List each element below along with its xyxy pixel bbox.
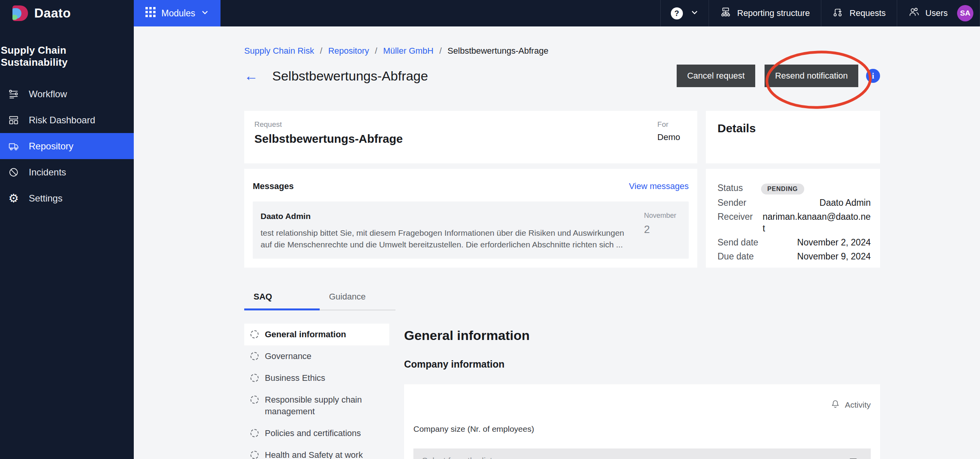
daato-logo-icon [12,5,28,21]
info-icon[interactable]: i [866,69,880,83]
section-item-label: Health and Safety at work [265,449,363,459]
tab-guidance[interactable]: Guidance [320,286,395,310]
breadcrumb-link[interactable]: Supply Chain Risk [244,46,314,56]
progress-circle-icon [250,374,259,382]
breadcrumb: Supply Chain Risk / Repository / Müller … [244,26,880,56]
saq-content: General information Company information [404,286,880,459]
section-item-general-information[interactable]: General information [244,324,389,345]
sidebar-item-settings[interactable]: ⚙ Settings [0,185,134,211]
request-card: Request Selbstbewertungs-Abfrage For Dem… [244,111,697,163]
requests-button[interactable]: Requests [821,0,897,26]
activity-label: Activity [845,400,871,410]
gear-icon: ⚙ [7,193,20,204]
message-date: November 2 [644,212,681,249]
page-header: ← Selbstbewertungs-Abfrage Cancel reques… [244,65,880,87]
section-item-governance[interactable]: Governance [244,345,389,367]
details-value: November 2, 2024 [758,237,871,248]
sidebar-item-workflow[interactable]: Workflow [0,81,134,107]
sidebar-item-label: Risk Dashboard [29,115,95,126]
users-label: Users [926,8,948,18]
sidebar-nav: Workflow Risk Dashboard [0,81,134,211]
app-window: Daato Modules ? [0,0,980,459]
tab-bar: SAQ Guidance [244,286,396,310]
sidebar-item-risk-dashboard[interactable]: Risk Dashboard [0,107,134,133]
breadcrumb-separator: / [320,46,322,56]
request-label: Request [254,120,403,129]
avatar[interactable]: SA [957,5,973,21]
workflow-icon [7,88,20,100]
company-size-select[interactable]: Select from the list [413,448,871,459]
help-icon: ? [671,7,683,19]
progress-circle-icon [250,451,259,459]
sidebar-item-label: Repository [29,141,74,152]
tab-saq[interactable]: SAQ [244,286,320,310]
progress-circle-icon [250,396,259,404]
reporting-structure-button[interactable]: Reporting structure [709,0,821,26]
daato-logo-text: Daato [34,6,71,21]
breadcrumb-link[interactable]: Müller GmbH [383,46,434,56]
section-item-label: Business Ethics [265,372,325,384]
users-icon [908,6,920,20]
reporting-structure-label: Reporting structure [737,8,810,18]
section-item-label: Policies and certifications [265,427,361,439]
users-button[interactable]: Users [897,0,952,26]
section-heading: General information [404,328,880,343]
sidebar-item-repository[interactable]: Repository [0,133,134,159]
section-list: General information Governance Business … [244,324,389,459]
details-value: November 9, 2024 [758,251,871,262]
main-content: Supply Chain Risk / Repository / Müller … [134,26,980,459]
dashboard-icon [7,114,20,126]
details-row-due-date: Due date November 9, 2024 [718,251,871,262]
section-item-label: Responsible supply chain management [265,394,385,417]
section-item-label: General information [265,329,346,340]
section-item-label: Governance [265,350,312,362]
breadcrumb-link[interactable]: Repository [328,46,369,56]
request-for-block: For Demo [657,120,687,154]
org-chart-icon [720,6,732,20]
details-label: Status [718,182,758,194]
progress-circle-icon [250,429,259,437]
back-arrow-icon[interactable]: ← [244,69,258,83]
section-item-responsible-supply-chain[interactable]: Responsible supply chain management [244,389,389,422]
details-row-send-date: Send date November 2, 2024 [718,237,871,248]
flow-arrow-icon [832,6,844,20]
topbar-right-nav: ? Reporting structure [660,0,980,26]
field-label: Company size (Nr. of employees) [413,424,871,434]
sidebar-title: Supply Chain Sustainability [0,26,134,68]
details-title: Details [718,122,756,135]
progress-circle-icon [250,352,259,360]
message-item[interactable]: Daato Admin test relationship bittet Sie… [253,201,689,259]
for-value: Demo [657,132,680,142]
section-item-business-ethics[interactable]: Business Ethics [244,367,389,389]
modules-menu-button[interactable]: Modules [134,0,220,26]
details-value: Daato Admin [758,197,871,208]
subsection-heading: Company information [404,359,880,370]
status-badge: PENDING [761,184,804,194]
section-item-health-safety[interactable]: Health and Safety at work [244,444,389,459]
details-card: Status PENDING Sender Daato Admin Receiv… [706,169,880,268]
modules-label: Modules [161,8,195,19]
details-header-card: Details [706,111,880,163]
requests-label: Requests [850,8,886,18]
help-menu[interactable]: ? [661,0,709,26]
sidebar: Supply Chain Sustainability Workflow [0,26,134,459]
for-label: For [657,120,680,129]
breadcrumb-separator: / [439,46,442,56]
request-title: Selbstbewertungs-Abfrage [254,132,403,145]
cancel-request-button[interactable]: Cancel request [677,65,755,87]
view-messages-link[interactable]: View messages [629,181,689,191]
details-row-sender: Sender Daato Admin [718,197,871,208]
message-sender: Daato Admin [261,212,633,221]
prohibit-icon [7,166,20,178]
daato-logo[interactable]: Daato [0,0,134,26]
bell-icon [831,399,840,410]
section-item-policies-certifications[interactable]: Policies and certifications [244,422,389,444]
form-card: Activity Company size (Nr. of employees)… [404,384,880,459]
messages-card: Messages View messages Daato Admin test … [244,169,697,268]
breadcrumb-separator: / [375,46,377,56]
resend-notification-button[interactable]: Resend notification [765,65,858,87]
sidebar-item-incidents[interactable]: Incidents [0,159,134,185]
activity-toggle[interactable]: Activity [413,399,871,410]
details-value: nariman.kanaan@daato.net [763,211,871,234]
page-actions: Cancel request Resend notification i [677,65,880,87]
